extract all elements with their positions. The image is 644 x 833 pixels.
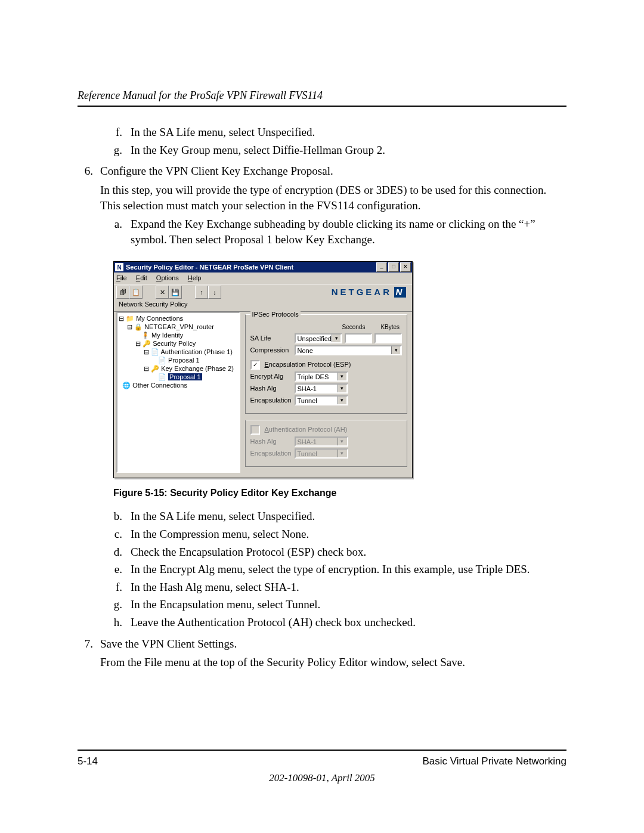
close-button[interactable]: × bbox=[400, 262, 411, 272]
sa-life-combo[interactable]: Unspecified bbox=[295, 333, 342, 343]
encap-label: Encapsulation bbox=[250, 396, 292, 405]
ah-group: Authentication Protocol (AH) Hash Alg SH… bbox=[245, 420, 407, 467]
compression-combo[interactable]: None bbox=[295, 345, 402, 355]
window-titlebar: N Security Policy Editor - NETGEAR ProSa… bbox=[114, 262, 412, 272]
paragraph: In this step, you will provide the type … bbox=[100, 182, 566, 213]
list-text: In the Key Group menu, select Diffie-Hel… bbox=[131, 143, 566, 158]
figure-caption: Figure 5-15: Security Policy Editor Key … bbox=[113, 487, 566, 500]
hash-label: Hash Alg bbox=[250, 384, 292, 393]
encrypt-combo[interactable]: Triple DES bbox=[295, 371, 348, 382]
ah-hash-label: Hash Alg bbox=[250, 437, 292, 446]
list-marker: c. bbox=[112, 527, 122, 542]
kbytes-input[interactable] bbox=[374, 333, 402, 343]
list-marker: g. bbox=[112, 143, 122, 158]
seconds-input[interactable] bbox=[345, 333, 372, 343]
list-marker: g. bbox=[112, 597, 122, 612]
sa-life-label: SA Life bbox=[250, 334, 292, 343]
doc-id: 202-10098-01, April 2005 bbox=[78, 772, 566, 784]
list-text: Leave the Authentication Protocol (AH) c… bbox=[131, 615, 566, 630]
col-kbytes: KBytes bbox=[380, 323, 400, 332]
menubar: File Edit Options Help bbox=[114, 272, 412, 284]
list-marker: d. bbox=[112, 544, 122, 560]
brand-logo: NETGEAR N bbox=[332, 286, 410, 298]
list-marker: h. bbox=[112, 615, 122, 630]
list-text: In the Encapsulation menu, select Tunnel… bbox=[131, 597, 566, 612]
list-marker: f. bbox=[112, 580, 122, 595]
esp-label: Encapsulation Protocol (ESP) bbox=[265, 360, 351, 369]
list-marker: e. bbox=[112, 562, 122, 577]
tree-selected: Proposal 1 bbox=[168, 373, 202, 380]
encrypt-label: Encrypt Alg bbox=[250, 372, 292, 381]
list-text: In the Hash Alg menu, select SHA-1. bbox=[131, 580, 566, 595]
paragraph: From the File menu at the top of the Sec… bbox=[100, 655, 566, 670]
app-icon: N bbox=[115, 263, 123, 271]
esp-checkbox[interactable]: ✓ bbox=[250, 360, 260, 370]
list-text: Expand the Key Exchange subheading by do… bbox=[131, 216, 566, 247]
maximize-button[interactable]: □ bbox=[388, 262, 399, 272]
section-title: Basic Virtual Private Networking bbox=[422, 755, 566, 767]
ah-encap-label: Encapsulation bbox=[250, 449, 292, 458]
list-marker: f. bbox=[112, 125, 122, 140]
window-title: Security Policy Editor - NETGEAR ProSafe… bbox=[126, 263, 293, 272]
menu-file[interactable]: File bbox=[116, 274, 127, 281]
list-text: In the SA Life menu, select Unspecified. bbox=[131, 509, 566, 524]
tree-pane[interactable]: ⊟ 📁 My Connections ⊟ 🔒 NETGEAR_VPN_route… bbox=[116, 312, 240, 473]
toolbar-button[interactable]: 📋 bbox=[129, 286, 143, 299]
hash-combo[interactable]: SHA-1 bbox=[295, 383, 348, 394]
col-seconds: Seconds bbox=[342, 323, 366, 332]
list-marker: 7. bbox=[78, 636, 93, 652]
header-rule bbox=[78, 106, 566, 107]
running-header: Reference Manual for the ProSafe VPN Fir… bbox=[78, 89, 566, 102]
toolbar-spacer bbox=[182, 286, 195, 299]
netgear-icon: N bbox=[394, 287, 406, 298]
toolbar-save-button[interactable]: 💾 bbox=[169, 286, 182, 299]
page-number: 5-14 bbox=[78, 755, 98, 767]
list-text: Configure the VPN Client Key Exchange Pr… bbox=[100, 163, 566, 179]
embedded-screenshot: N Security Policy Editor - NETGEAR ProSa… bbox=[113, 261, 413, 478]
list-text: In the Compression menu, select None. bbox=[131, 527, 566, 542]
list-marker: 6. bbox=[78, 163, 93, 179]
ah-label: Authentication Protocol (AH) bbox=[265, 425, 348, 434]
toolbar-button[interactable] bbox=[143, 286, 156, 299]
list-text: Save the VPN Client Settings. bbox=[100, 636, 566, 652]
list-marker: a. bbox=[112, 216, 122, 247]
ipsec-group: document.currentScript.parentElement.set… bbox=[245, 314, 407, 414]
minimize-button[interactable]: _ bbox=[376, 262, 387, 272]
menu-edit[interactable]: Edit bbox=[136, 274, 147, 281]
list-text: In the Encrypt Alg menu, select the type… bbox=[131, 562, 566, 577]
toolbar-button[interactable]: 🗐 bbox=[116, 286, 129, 299]
toolbar-delete-button[interactable]: ✕ bbox=[156, 286, 169, 299]
menu-options[interactable]: Options bbox=[156, 274, 179, 281]
menu-help[interactable]: Help bbox=[188, 274, 202, 281]
encap-combo[interactable]: Tunnel bbox=[295, 395, 348, 405]
list-text: In the SA Life menu, select Unspecified. bbox=[131, 125, 566, 140]
toolbar-up-button[interactable]: ↑ bbox=[195, 286, 208, 299]
page-footer: 5-14 Basic Virtual Private Networking 20… bbox=[78, 750, 566, 784]
toolbar-down-button[interactable]: ↓ bbox=[208, 286, 221, 299]
ah-checkbox[interactable] bbox=[250, 425, 260, 435]
ah-hash-combo: SHA-1 bbox=[295, 436, 348, 447]
list-text: Check the Encapsulation Protocol (ESP) c… bbox=[131, 544, 566, 560]
list-marker: b. bbox=[112, 509, 122, 524]
compression-label: Compression bbox=[250, 346, 292, 355]
ah-encap-combo: Tunnel bbox=[295, 448, 348, 459]
